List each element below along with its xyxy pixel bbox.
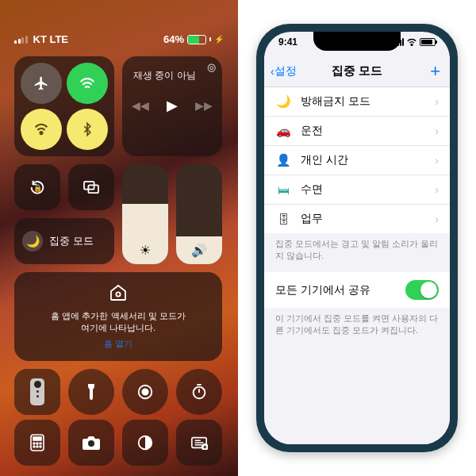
svg-point-9	[33, 443, 35, 444]
prev-track-button[interactable]: ◀◀	[132, 99, 149, 112]
connectivity-card[interactable]	[14, 56, 114, 156]
phone-mockup-area: 9:41 ‹ 설정 집중 모드 +	[238, 0, 476, 476]
svg-point-19	[411, 44, 413, 45]
svg-point-11	[40, 443, 41, 444]
play-button[interactable]: ▶	[167, 97, 178, 114]
share-label: 모든 기기에서 공유	[275, 283, 370, 298]
nav-add-button[interactable]: +	[430, 61, 440, 82]
chevron-right-icon: ›	[435, 95, 439, 108]
svg-point-15	[88, 440, 94, 447]
settings-content: 🌙 방해금지 모드 › 🚗 운전 › 👤 개인 시간 ›	[264, 87, 450, 444]
focus-item-work[interactable]: 🗄 업무 ›	[264, 205, 450, 233]
nav-bar: ‹ 설정 집중 모드 +	[264, 56, 450, 87]
dark-mode-button[interactable]	[122, 420, 168, 466]
media-card[interactable]: ◎ 재생 중이 아님 ◀◀ ▶ ▶▶	[122, 56, 222, 156]
moon-icon: 🌙	[275, 94, 291, 109]
volume-icon: 🔊	[176, 243, 222, 258]
airplane-mode-toggle[interactable]	[21, 63, 62, 104]
share-switch[interactable]	[405, 280, 439, 300]
svg-point-13	[36, 446, 38, 447]
control-center-screen: KT LTE 64% ⚡	[0, 0, 238, 476]
moon-icon: 🌙	[22, 231, 43, 251]
car-icon: 🚗	[275, 124, 291, 138]
screen-mirroring-button[interactable]	[68, 164, 114, 210]
group-footer-1: 집중 모드에서는 경고 및 알림 소리가 울리지 않습니다.	[264, 233, 450, 272]
calculator-button[interactable]	[14, 420, 60, 466]
focus-item-driving[interactable]: 🚗 운전 ›	[264, 117, 450, 146]
svg-point-12	[33, 446, 35, 447]
cellular-signal-icon	[14, 36, 28, 44]
carrier-label: KT LTE	[33, 33, 69, 45]
brightness-slider[interactable]: ☀	[122, 164, 168, 264]
battery-indicator: 64% ⚡	[163, 33, 224, 45]
battery-pct: 64%	[163, 33, 184, 45]
svg-point-3	[116, 292, 120, 296]
phone-battery-icon	[420, 38, 436, 46]
bed-icon: 🛏	[275, 183, 291, 197]
home-icon	[29, 283, 208, 305]
next-track-button[interactable]: ▶▶	[195, 99, 213, 112]
chevron-right-icon: ›	[435, 125, 439, 137]
svg-point-6	[194, 386, 205, 398]
home-open-link[interactable]: 홈 열기	[29, 338, 208, 350]
bluetooth-toggle[interactable]	[67, 109, 108, 150]
nav-back-button[interactable]: ‹ 설정	[271, 64, 297, 79]
phone-wifi-icon	[406, 38, 417, 47]
cell-label: 개인 시간	[301, 153, 348, 167]
share-group: 모든 기기에서 공유	[264, 272, 450, 308]
brightness-icon: ☀	[122, 243, 168, 258]
svg-point-0	[40, 132, 43, 134]
orientation-lock-toggle[interactable]: 🔒	[14, 164, 60, 210]
svg-point-14	[40, 446, 41, 447]
quick-note-button[interactable]	[176, 420, 222, 466]
nav-title: 집중 모드	[332, 63, 382, 79]
focus-item-personal[interactable]: 👤 개인 시간 ›	[264, 146, 450, 175]
phone-time: 9:41	[278, 36, 298, 48]
phone-frame: 9:41 ‹ 설정 집중 모드 +	[256, 24, 458, 452]
notch	[313, 32, 401, 51]
svg-rect-8	[33, 437, 41, 440]
status-bar: KT LTE 64% ⚡	[14, 33, 224, 45]
cell-label: 방해금지 모드	[301, 94, 370, 109]
remote-button[interactable]	[14, 369, 60, 415]
home-message: 홈 앱에 추가한 액세서리 및 모드가 여기에 나타납니다.	[29, 310, 208, 335]
home-card[interactable]: 홈 앱에 추가한 액세서리 및 모드가 여기에 나타납니다. 홈 열기	[14, 272, 222, 361]
cell-label: 업무	[301, 212, 323, 226]
volume-slider[interactable]: 🔊	[176, 164, 222, 264]
focus-item-dnd[interactable]: 🌙 방해금지 모드 ›	[264, 87, 450, 117]
flashlight-button[interactable]	[68, 369, 114, 415]
svg-point-5	[142, 389, 148, 394]
camera-button[interactable]	[68, 420, 114, 466]
nav-back-label: 설정	[274, 64, 297, 79]
media-status-label: 재생 중이 아님	[133, 69, 214, 83]
focus-label: 집중 모드	[49, 234, 94, 248]
person-icon: 👤	[275, 153, 291, 167]
share-across-devices-row[interactable]: 모든 기기에서 공유	[264, 272, 450, 308]
chevron-right-icon: ›	[435, 154, 439, 167]
svg-point-10	[36, 443, 38, 444]
wifi-toggle[interactable]	[21, 109, 62, 150]
charging-icon: ⚡	[214, 35, 224, 44]
chevron-right-icon: ›	[435, 213, 439, 225]
cell-label: 운전	[301, 124, 323, 138]
briefcase-icon: 🗄	[275, 213, 291, 226]
timer-button[interactable]	[176, 369, 222, 415]
cellular-data-toggle[interactable]	[67, 63, 108, 104]
cell-label: 수면	[301, 182, 323, 197]
group-footer-2: 이 기기에서 집중 모드를 켜면 사용자의 다른 기기에서도 집중 모드가 켜집…	[264, 308, 450, 347]
screen-record-button[interactable]	[122, 369, 168, 415]
chevron-right-icon: ›	[435, 183, 439, 196]
focus-list-group: 🌙 방해금지 모드 › 🚗 운전 › 👤 개인 시간 ›	[264, 87, 450, 233]
focus-mode-button[interactable]: 🌙 집중 모드	[14, 218, 114, 264]
focus-item-sleep[interactable]: 🛏 수면 ›	[264, 175, 450, 205]
